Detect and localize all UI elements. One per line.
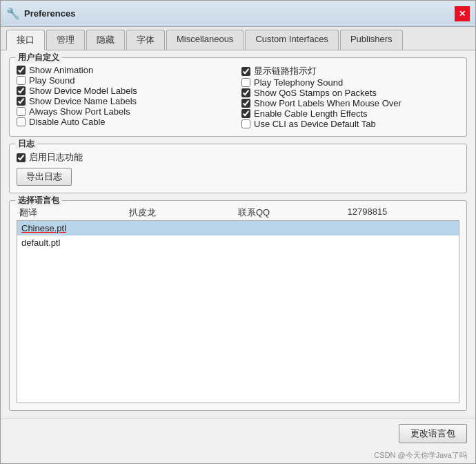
play-telephony-row[interactable]: Play Telephony Sound: [241, 77, 459, 88]
tab-bar: 接口管理隐藏字体MiscellaneousCustom InterfacesPu…: [1, 27, 475, 50]
user-section-label: 用户自定义: [15, 52, 62, 64]
user-section: 用户自定义 Show AnimationPlay SoundShow Devic…: [9, 57, 467, 137]
show-device-model-label: Show Device Model Labels: [29, 86, 137, 96]
user-checkboxes-right: 显示链路指示灯Play Telephony SoundShow QoS Stam…: [241, 65, 459, 129]
title-bar: 🔧 Preferences ✕: [1, 1, 475, 27]
show-qos-checkbox[interactable]: [241, 88, 250, 97]
lang-col-0: 翻译: [19, 206, 129, 219]
app-icon: 🔧: [6, 7, 20, 21]
lang-section: 选择语言包 翻译扒皮龙联系QQ12798815 Chinese.ptldefau…: [9, 200, 467, 411]
use-cli-row[interactable]: Use CLI as Device Default Tab: [241, 119, 459, 129]
log-content: 启用日志功能 导出日志: [17, 151, 459, 186]
show-link-lights-label: 显示链路指示灯: [254, 65, 317, 77]
tab-jiekou[interactable]: 接口: [6, 30, 45, 50]
always-show-port-label: Always Show Port Labels: [29, 106, 130, 117]
disable-auto-cable-label: Disable Auto Cable: [29, 117, 106, 127]
user-checkbox-grid: Show AnimationPlay SoundShow Device Mode…: [17, 65, 459, 129]
lang-col-1: 扒皮龙: [129, 206, 239, 219]
enable-cable-length-checkbox[interactable]: [241, 109, 250, 118]
show-device-name-checkbox[interactable]: [17, 97, 26, 106]
tab-custom-interfaces[interactable]: Custom Interfaces: [245, 30, 339, 50]
show-device-name-row[interactable]: Show Device Name Labels: [17, 96, 235, 106]
show-device-name-label: Show Device Name Labels: [29, 96, 137, 106]
enable-log-row[interactable]: 启用日志功能: [17, 151, 459, 164]
show-device-model-checkbox[interactable]: [17, 86, 26, 95]
lang-col-3: 12798815: [348, 206, 457, 219]
lang-col-2: 联系QQ: [238, 206, 348, 219]
lang-table-header: 翻译扒皮龙联系QQ12798815: [17, 205, 459, 220]
enable-log-label: 启用日志功能: [29, 151, 83, 164]
lang-table-body: Chinese.ptldefault.ptl: [17, 220, 459, 403]
show-port-labels-label: Show Port Labels When Mouse Over: [254, 98, 401, 108]
preferences-window: 🔧 Preferences ✕ 接口管理隐藏字体MiscellaneousCus…: [0, 0, 476, 464]
play-telephony-label: Play Telephony Sound: [254, 77, 343, 88]
tab-miscellaneous[interactable]: Miscellaneous: [166, 30, 244, 50]
bottom-bar: 更改语言包: [1, 418, 475, 449]
window-title: Preferences: [24, 8, 455, 19]
lang-section-label: 选择语言包: [15, 195, 62, 206]
log-section-label: 日志: [15, 138, 37, 150]
use-cli-label: Use CLI as Device Default Tab: [254, 119, 376, 129]
play-sound-checkbox[interactable]: [17, 76, 26, 85]
show-animation-row[interactable]: Show Animation: [17, 65, 235, 75]
show-qos-row[interactable]: Show QoS Stamps on Packets: [241, 88, 459, 98]
show-animation-checkbox[interactable]: [17, 66, 26, 75]
tab-ziti[interactable]: 字体: [126, 30, 165, 50]
enable-cable-length-label: Enable Cable Length Effects: [254, 108, 368, 119]
user-checkboxes-left: Show AnimationPlay SoundShow Device Mode…: [17, 65, 235, 129]
log-section: 日志 启用日志功能 导出日志: [9, 144, 467, 193]
always-show-port-checkbox[interactable]: [17, 107, 26, 116]
show-animation-label: Show Animation: [29, 65, 93, 75]
show-device-model-row[interactable]: Show Device Model Labels: [17, 86, 235, 96]
play-sound-row[interactable]: Play Sound: [17, 75, 235, 86]
enable-cable-length-row[interactable]: Enable Cable Length Effects: [241, 108, 459, 119]
show-qos-label: Show QoS Stamps on Packets: [254, 88, 377, 98]
play-sound-label: Play Sound: [29, 75, 75, 86]
always-show-port-row[interactable]: Always Show Port Labels: [17, 106, 235, 117]
export-log-button[interactable]: 导出日志: [17, 168, 72, 186]
disable-auto-cable-checkbox[interactable]: [17, 117, 26, 126]
tab-guanli[interactable]: 管理: [46, 30, 85, 50]
lang-row-chinese-ptl[interactable]: Chinese.ptl: [17, 221, 459, 235]
lang-row-default-ptl[interactable]: default.ptl: [17, 235, 459, 250]
change-lang-button[interactable]: 更改语言包: [399, 424, 467, 443]
enable-log-checkbox[interactable]: [17, 153, 26, 162]
show-link-lights-checkbox[interactable]: [241, 67, 250, 76]
show-port-labels-checkbox[interactable]: [241, 99, 250, 108]
disable-auto-cable-row[interactable]: Disable Auto Cable: [17, 117, 235, 127]
show-link-lights-row[interactable]: 显示链路指示灯: [241, 65, 459, 77]
play-telephony-checkbox[interactable]: [241, 78, 250, 87]
show-port-labels-row[interactable]: Show Port Labels When Mouse Over: [241, 98, 459, 108]
close-button[interactable]: ✕: [455, 6, 470, 21]
tab-publishers[interactable]: Publishers: [340, 30, 403, 50]
tab-yincang[interactable]: 隐藏: [86, 30, 125, 50]
use-cli-checkbox[interactable]: [241, 119, 250, 128]
main-content: 用户自定义 Show AnimationPlay SoundShow Devic…: [1, 50, 475, 418]
watermark: CSDN @今天你学Java了吗: [1, 449, 475, 463]
